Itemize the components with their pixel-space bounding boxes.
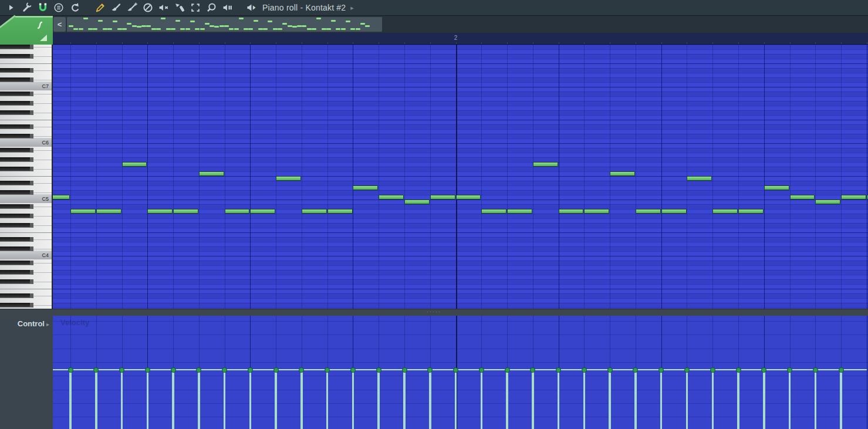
piano-key-black[interactable] xyxy=(0,270,33,275)
velocity-handle[interactable] xyxy=(93,367,99,373)
preview-scrollbar[interactable] xyxy=(67,17,382,32)
velocity-stem[interactable] xyxy=(815,370,817,429)
velocity-stem[interactable] xyxy=(198,370,200,429)
control-target-menu[interactable]: Control▸ xyxy=(18,319,49,328)
piano-key-black[interactable] xyxy=(0,223,33,228)
velocity-stem[interactable] xyxy=(275,370,277,429)
scroll-left-button[interactable]: < xyxy=(53,17,66,32)
note[interactable] xyxy=(173,209,198,214)
brush-icon[interactable] xyxy=(108,0,124,16)
piano-key-black[interactable] xyxy=(0,110,33,115)
note[interactable] xyxy=(790,195,815,200)
note[interactable] xyxy=(147,209,173,214)
note[interactable] xyxy=(456,195,481,200)
velocity-stem[interactable] xyxy=(249,370,252,429)
velocity-handle[interactable] xyxy=(479,367,484,373)
note[interactable] xyxy=(53,195,70,200)
note-grid[interactable] xyxy=(53,45,868,309)
velocity-stem[interactable] xyxy=(352,370,354,429)
velocity-editor[interactable]: Velocity xyxy=(53,316,868,429)
velocity-stem[interactable] xyxy=(660,370,663,429)
target-speaker-icon[interactable] xyxy=(243,0,259,16)
wrench-icon[interactable] xyxy=(19,0,35,16)
velocity-handle[interactable] xyxy=(633,367,638,373)
note[interactable] xyxy=(712,209,738,214)
piano-key-black[interactable] xyxy=(0,157,33,162)
playback-icon[interactable] xyxy=(219,0,235,16)
slide-tool-icon[interactable] xyxy=(171,0,187,16)
velocity-handle[interactable] xyxy=(607,367,613,373)
velocity-handle[interactable] xyxy=(402,367,407,373)
piano-key-black[interactable] xyxy=(0,54,33,59)
mute-icon[interactable] xyxy=(156,0,171,16)
velocity-handle[interactable] xyxy=(222,367,227,373)
piano-key-black[interactable] xyxy=(0,101,33,106)
note[interactable] xyxy=(276,176,301,181)
pencil-icon[interactable] xyxy=(92,0,108,16)
velocity-stem[interactable] xyxy=(763,370,765,429)
note[interactable] xyxy=(225,209,250,214)
note[interactable] xyxy=(559,209,584,214)
velocity-stem[interactable] xyxy=(506,370,508,429)
velocity-handle[interactable] xyxy=(171,367,176,373)
note[interactable] xyxy=(122,162,147,167)
note[interactable] xyxy=(687,176,712,181)
velocity-handle[interactable] xyxy=(684,367,690,373)
undo-icon[interactable] xyxy=(66,0,82,16)
note[interactable] xyxy=(302,209,327,214)
velocity-stem[interactable] xyxy=(147,370,149,429)
piano-key-black[interactable] xyxy=(0,246,33,251)
velocity-handle[interactable] xyxy=(582,367,587,373)
piano-key-black[interactable] xyxy=(0,124,33,129)
velocity-handle[interactable] xyxy=(273,367,279,373)
note[interactable] xyxy=(533,162,558,167)
piano-key-black[interactable] xyxy=(0,261,33,265)
velocity-handle[interactable] xyxy=(787,367,792,373)
velocity-handle[interactable] xyxy=(813,367,818,373)
menu-arrow-icon[interactable] xyxy=(3,0,19,16)
velocity-handle[interactable] xyxy=(119,367,124,373)
velocity-handle[interactable] xyxy=(453,367,458,373)
velocity-handle[interactable] xyxy=(839,367,844,373)
note[interactable] xyxy=(379,195,404,200)
velocity-stem[interactable] xyxy=(300,370,303,429)
note[interactable] xyxy=(250,209,275,214)
piano-roll-title[interactable]: Piano roll - Kontakt #2 xyxy=(262,3,346,12)
velocity-stem[interactable] xyxy=(609,370,611,429)
velocity-handle[interactable] xyxy=(325,367,330,373)
piano-key-black[interactable] xyxy=(0,167,33,171)
velocity-handle[interactable] xyxy=(736,367,741,373)
note[interactable] xyxy=(636,209,661,214)
velocity-stem[interactable] xyxy=(377,370,380,429)
menu-circle-icon[interactable] xyxy=(50,0,66,16)
brush-plus-icon[interactable] xyxy=(124,0,140,16)
velocity-handle[interactable] xyxy=(350,367,356,373)
select-icon[interactable] xyxy=(187,0,203,16)
velocity-handle[interactable] xyxy=(376,367,381,373)
velocity-stem[interactable] xyxy=(326,370,329,429)
piano-key-black[interactable] xyxy=(0,77,33,82)
velocity-handle[interactable] xyxy=(556,367,561,373)
velocity-stem[interactable] xyxy=(172,370,174,429)
note[interactable] xyxy=(199,171,224,176)
note[interactable] xyxy=(404,200,430,204)
piano-key-black[interactable] xyxy=(0,92,33,96)
note[interactable] xyxy=(764,185,789,190)
piano-key-black[interactable] xyxy=(0,303,33,308)
piano-key-black[interactable] xyxy=(0,68,33,73)
piano-key-black[interactable] xyxy=(0,279,33,284)
note[interactable] xyxy=(738,209,764,214)
velocity-handle[interactable] xyxy=(299,367,304,373)
velocity-handle[interactable] xyxy=(530,367,535,373)
piano-key-black[interactable] xyxy=(0,237,33,242)
note[interactable] xyxy=(96,209,121,214)
velocity-stem[interactable] xyxy=(429,370,431,429)
note[interactable] xyxy=(353,185,378,190)
piano-keyboard[interactable]: C7C6C5C4 xyxy=(0,45,53,309)
piano-key-black[interactable] xyxy=(0,214,33,218)
velocity-handle[interactable] xyxy=(427,367,433,373)
velocity-handle[interactable] xyxy=(710,367,715,373)
piano-key-black[interactable] xyxy=(0,148,33,153)
velocity-stem[interactable] xyxy=(481,370,483,429)
note[interactable] xyxy=(70,209,96,214)
